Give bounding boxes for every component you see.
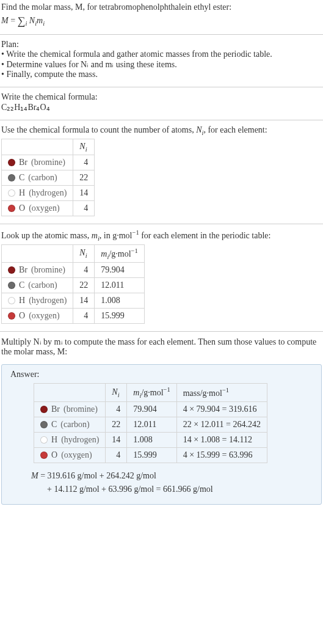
header-mi: mi/g·mol−1	[95, 244, 144, 262]
ni-cell: 22	[73, 278, 95, 293]
intro-section: Find the molar mass, M, for tetrabromoph…	[0, 0, 323, 32]
formula-title: Write the chemical formula:	[1, 92, 322, 102]
ni-cell: 22	[73, 170, 95, 186]
element-dot-icon	[8, 312, 15, 320]
element-name: (oxygen)	[29, 311, 60, 321]
intro-equation: M = ∑i Nimi	[1, 13, 322, 27]
masses-title: Look up the atomic mass, mi, in g·mol−1 …	[1, 229, 322, 241]
element-dot-icon	[8, 266, 15, 274]
header-ni: Ni	[73, 139, 95, 155]
masses-table: Ni mi/g·mol−1 Br (bromine) 4 79.904 C (c…	[1, 244, 145, 324]
table-row: H (hydrogen) 14 1.008	[2, 293, 145, 309]
element-dot-icon	[8, 205, 15, 212]
ni-cell: 14	[106, 432, 127, 447]
table-row: H (hydrogen) 14 1.008 14 × 1.008 = 14.11…	[34, 432, 267, 447]
element-name: (bromine)	[64, 404, 98, 414]
element-name: (oxygen)	[61, 450, 92, 460]
divider	[0, 34, 323, 35]
element-symbol: H	[19, 296, 25, 306]
element-dot-icon	[40, 406, 48, 413]
plan-section: Plan: • Write the chemical formula and g…	[0, 37, 323, 84]
element-symbol: Br	[19, 158, 27, 167]
element-symbol: C	[19, 173, 24, 183]
ni-cell: 4	[73, 201, 95, 216]
count-section: Use the chemical formula to count the nu…	[0, 123, 323, 222]
ni-cell: 4	[73, 309, 95, 324]
intro-line: Find the molar mass, M, for tetrabromoph…	[1, 2, 322, 12]
ni-cell: 14	[73, 186, 95, 201]
answer-inner: Ni mi/g·mol−1 mass/g·mol−1 Br (bromine) …	[10, 383, 315, 496]
element-dot-icon	[8, 189, 15, 197]
plan-title: Plan:	[1, 40, 322, 49]
ni-cell: 4	[73, 155, 95, 170]
header-empty	[34, 384, 106, 401]
table-row: Br (bromine) 4 79.904	[2, 263, 145, 278]
masses-section: Look up the atomic mass, mi, in g·mol−1 …	[0, 227, 323, 329]
mi-cell: 12.011	[95, 278, 144, 293]
element-name: (carbon)	[28, 173, 57, 183]
ni-cell: 4	[106, 447, 127, 463]
mi-cell: 15.999	[127, 447, 176, 463]
mass-sum: M = 319.616 g/mol + 264.242 g/mol + 14.1…	[31, 469, 315, 497]
element-dot-icon	[8, 159, 15, 166]
compute-section: Multiply Nᵢ by mᵢ to compute the mass fo…	[0, 334, 323, 362]
element-name: (bromine)	[31, 158, 65, 167]
table-row: O (oxygen) 4	[2, 201, 95, 216]
mi-cell: 1.008	[95, 293, 144, 309]
answer-table: Ni mi/g·mol−1 mass/g·mol−1 Br (bromine) …	[34, 383, 267, 463]
chemical-formula: C₂₂H₁₄Br₄O₄	[1, 102, 322, 112]
compute-title: Multiply Nᵢ by mᵢ to compute the mass fo…	[1, 337, 322, 357]
eq-lhs: M	[1, 16, 9, 25]
plan-bullet-2: • Determine values for Nᵢ and mᵢ using t…	[1, 59, 322, 70]
table-row: Br (bromine) 4	[2, 155, 95, 170]
ni-cell: 22	[106, 417, 127, 432]
element-cell: C (carbon)	[2, 278, 73, 293]
table-header-row: Ni mi/g·mol−1 mass/g·mol−1	[34, 384, 267, 401]
mass-cell: 14 × 1.008 = 14.112	[176, 432, 267, 447]
element-symbol: Br	[19, 265, 27, 275]
header-empty	[2, 139, 73, 155]
element-symbol: C	[51, 420, 57, 430]
header-empty	[2, 244, 73, 262]
element-name: (hydrogen)	[29, 188, 67, 198]
element-dot-icon	[40, 436, 48, 444]
element-symbol: O	[19, 311, 25, 321]
mi-cell: 1.008	[127, 432, 176, 447]
answer-box: Answer: Ni mi/g·mol−1 mass/g·mol−1 Br (b…	[1, 364, 322, 504]
sigma-icon: ∑	[18, 15, 26, 27]
plan-bullet-3: • Finally, compute the mass.	[1, 70, 322, 79]
divider	[0, 87, 323, 87]
mass-sum-line2: + 14.112 g/mol + 63.996 g/mol = 661.966 …	[31, 483, 315, 496]
element-symbol: O	[51, 450, 57, 460]
element-symbol: H	[19, 188, 25, 198]
element-cell: Br (bromine)	[2, 263, 73, 278]
ni-cell: 4	[106, 401, 127, 417]
table-row: C (carbon) 22 12.011	[2, 278, 145, 293]
mi-cell: 79.904	[95, 263, 144, 278]
count-title: Use the chemical formula to count the nu…	[1, 125, 322, 136]
header-ni: Ni	[106, 384, 127, 401]
element-symbol: Br	[51, 404, 60, 414]
table-row: Br (bromine) 4 79.904 4 × 79.904 = 319.6…	[34, 401, 267, 417]
header-mass: mass/g·mol−1	[176, 384, 267, 401]
element-name: (bromine)	[31, 265, 65, 275]
table-row: C (carbon) 22 12.011 22 × 12.011 = 264.2…	[34, 417, 267, 432]
element-symbol: O	[19, 203, 25, 213]
element-name: (hydrogen)	[29, 296, 67, 306]
eq-rhs: Nimi	[29, 16, 45, 25]
count-table: Ni Br (bromine) 4 C (carbon) 22 H (hydro…	[1, 139, 95, 217]
table-row: C (carbon) 22	[2, 170, 95, 186]
mi-cell: 79.904	[127, 401, 176, 417]
element-name: (hydrogen)	[61, 435, 99, 445]
table-row: O (oxygen) 4 15.999	[2, 309, 145, 324]
element-name: (carbon)	[28, 280, 57, 290]
mass-cell: 4 × 15.999 = 63.996	[176, 447, 267, 463]
element-dot-icon	[8, 297, 15, 304]
element-dot-icon	[8, 282, 15, 289]
table-row: H (hydrogen) 14	[2, 186, 95, 201]
element-cell: O (oxygen)	[2, 201, 73, 216]
mass-cell: 22 × 12.011 = 264.242	[176, 417, 267, 432]
mass-cell: 4 × 79.904 = 319.616	[176, 401, 267, 417]
element-symbol: H	[51, 435, 57, 445]
element-name: (oxygen)	[29, 203, 60, 213]
